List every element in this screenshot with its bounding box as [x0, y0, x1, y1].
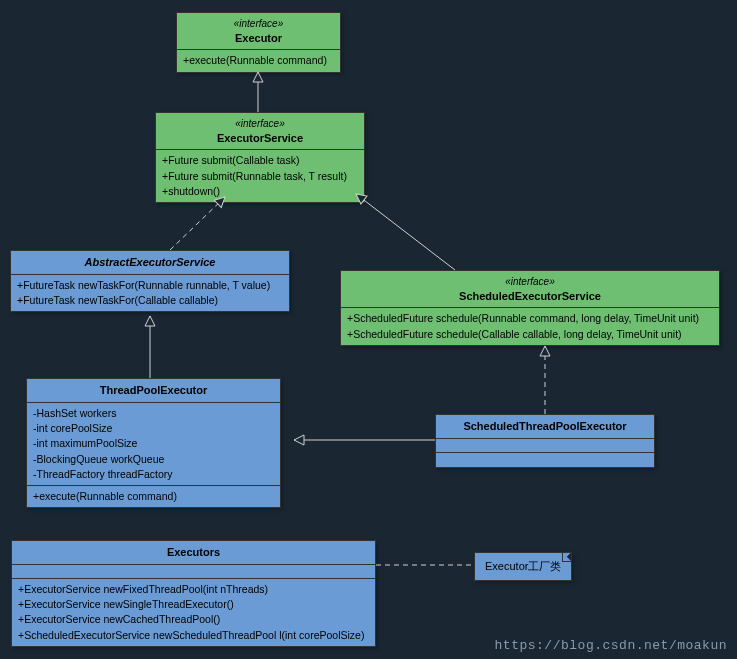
class-header: «interface» Executor	[177, 13, 340, 50]
method: +Future submit(Runnable task, T result)	[162, 169, 358, 184]
stereotype-label: «interface»	[183, 17, 334, 31]
class-fields	[12, 565, 375, 579]
field: -BlockingQueue workQueue	[33, 452, 274, 467]
class-header: Executors	[12, 541, 375, 565]
class-methods: +FutureTask newTaskFor(Runnable runnable…	[11, 275, 289, 311]
class-methods: +execute(Runnable command)	[177, 50, 340, 71]
method: +FutureTask newTaskFor(Callable callable…	[17, 293, 283, 308]
class-executor: «interface» Executor +execute(Runnable c…	[176, 12, 341, 73]
class-name: AbstractExecutorService	[17, 255, 283, 270]
class-scheduled-thread-pool-executor: ScheduledThreadPoolExecutor	[435, 414, 655, 468]
method: +ScheduledFuture schedule(Runnable comma…	[347, 311, 713, 326]
class-header: ScheduledThreadPoolExecutor	[436, 415, 654, 439]
method: +ExecutorService newSingleThreadExecutor…	[18, 597, 369, 612]
field: -int maximumPoolSize	[33, 436, 274, 451]
class-thread-pool-executor: ThreadPoolExecutor -HashSet workers -int…	[26, 378, 281, 508]
class-methods: +ScheduledFuture schedule(Runnable comma…	[341, 308, 719, 344]
class-methods	[436, 453, 654, 467]
class-header: AbstractExecutorService	[11, 251, 289, 275]
method: +FutureTask newTaskFor(Runnable runnable…	[17, 278, 283, 293]
class-header: «interface» ScheduledExecutorService	[341, 271, 719, 308]
class-abstract-executor-service: AbstractExecutorService +FutureTask newT…	[10, 250, 290, 312]
stereotype-label: «interface»	[347, 275, 713, 289]
class-fields	[436, 439, 654, 453]
method: +Future submit(Callable task)	[162, 153, 358, 168]
class-executors: Executors +ExecutorService newFixedThrea…	[11, 540, 376, 647]
class-header: «interface» ExecutorService	[156, 113, 364, 150]
svg-line-2	[356, 194, 455, 270]
field: -ThreadFactory threadFactory	[33, 467, 274, 482]
method: +ExecutorService newFixedThreadPool(int …	[18, 582, 369, 597]
class-name: ThreadPoolExecutor	[33, 383, 274, 398]
stereotype-label: «interface»	[162, 117, 358, 131]
class-name: ScheduledExecutorService	[347, 289, 713, 304]
class-name: ScheduledThreadPoolExecutor	[442, 419, 648, 434]
method: +ScheduledFuture schedule(Callable calla…	[347, 327, 713, 342]
method: +shutdown()	[162, 184, 358, 199]
class-scheduled-executor-service: «interface» ScheduledExecutorService +Sc…	[340, 270, 720, 346]
method: +ExecutorService newCachedThreadPool()	[18, 612, 369, 627]
class-executor-service: «interface» ExecutorService +Future subm…	[155, 112, 365, 203]
method: +execute(Runnable command)	[33, 489, 274, 504]
method: +ScheduledExecutorService newScheduledTh…	[18, 628, 369, 643]
class-fields: -HashSet workers -int corePoolSize -int …	[27, 403, 280, 486]
note-text: Executor工厂类	[485, 560, 561, 572]
watermark-text: https://blog.csdn.net/moakun	[495, 638, 727, 653]
class-name: Executors	[18, 545, 369, 560]
class-header: ThreadPoolExecutor	[27, 379, 280, 403]
class-methods: +Future submit(Callable task) +Future su…	[156, 150, 364, 202]
class-name: ExecutorService	[162, 131, 358, 146]
class-name: Executor	[183, 31, 334, 46]
svg-line-1	[170, 197, 225, 250]
method: +execute(Runnable command)	[183, 53, 334, 68]
class-methods: +ExecutorService newFixedThreadPool(int …	[12, 579, 375, 646]
class-methods: +execute(Runnable command)	[27, 486, 280, 507]
field: -int corePoolSize	[33, 421, 274, 436]
field: -HashSet workers	[33, 406, 274, 421]
note-executor-factory: Executor工厂类	[474, 552, 572, 581]
